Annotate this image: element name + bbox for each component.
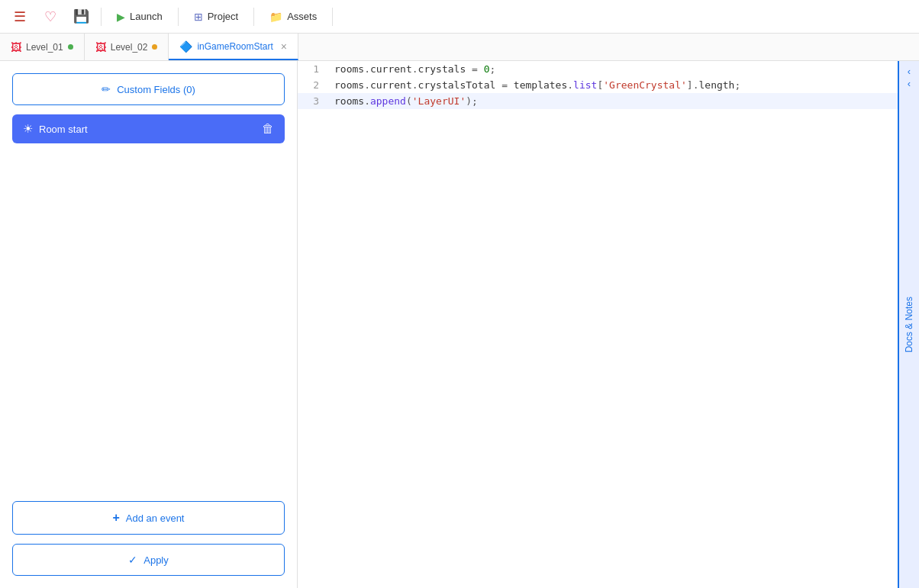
punc-token: ; <box>734 79 740 91</box>
punc-token: ( <box>406 95 412 107</box>
obj-token: rooms <box>334 95 364 107</box>
room-start-left: ☀ Room start <box>23 122 88 136</box>
project-label: Project <box>208 11 238 22</box>
str-token: 'GreenCrystal' <box>603 79 687 91</box>
editor-tabs: 🖼 Level_01 🖼 Level_02 🔷 inGameRoomStart … <box>0 34 919 61</box>
apply-button[interactable]: ✓ Apply <box>12 544 285 576</box>
code-editor[interactable]: 1rooms.current.crystals = 0;2rooms.curre… <box>298 61 898 588</box>
line-number: 1 <box>298 61 328 77</box>
line-number: 3 <box>298 93 328 109</box>
punc-token: . <box>364 79 370 91</box>
play-icon: ▶ <box>117 11 125 23</box>
table-row: 2rooms.current.crystalsTotal = templates… <box>298 77 898 93</box>
prop-token: current <box>370 79 412 91</box>
room-start-item[interactable]: ☀ Room start 🗑 <box>12 114 285 143</box>
save-icon: 💾 <box>73 8 89 24</box>
divider-1 <box>101 8 102 26</box>
divider-3 <box>253 8 254 26</box>
launch-button[interactable]: ▶ Launch <box>108 6 172 27</box>
assets-button[interactable]: 📁 Assets <box>260 6 326 27</box>
obj-token: templates <box>514 79 567 91</box>
room-start-label: Room start <box>39 124 88 135</box>
divider-4 <box>332 8 333 26</box>
prop-token: crystals <box>418 63 466 75</box>
tab-level01[interactable]: 🖼 Level_01 <box>0 34 85 60</box>
prop-token: crystalsTotal <box>418 79 496 91</box>
plus-icon: + <box>113 511 120 525</box>
str-token: 'LayerUI' <box>412 95 466 107</box>
line-content: rooms.current.crystalsTotal = templates.… <box>328 77 898 93</box>
punc-token: . <box>412 63 418 75</box>
docs-notes-label[interactable]: Docs & Notes <box>901 291 917 358</box>
line-number: 2 <box>298 77 328 93</box>
tab-level02-icon: 🖼 <box>95 41 106 53</box>
punc-token: = <box>466 63 483 75</box>
tab-level01-dot <box>68 44 73 50</box>
heart-icon: ♡ <box>44 8 56 25</box>
tab-level02[interactable]: 🖼 Level_02 <box>85 34 169 60</box>
edit-icon: ✏ <box>102 83 111 95</box>
launch-label: Launch <box>130 11 163 22</box>
delete-room-start-button[interactable]: 🗑 <box>262 123 274 135</box>
add-event-button[interactable]: + Add an event <box>12 501 285 535</box>
punc-token: ); <box>466 95 478 107</box>
collapse-arrow2-icon[interactable]: ‹ <box>908 78 911 89</box>
punc-token: . <box>412 79 418 91</box>
tab-level01-icon: 🖼 <box>11 41 21 53</box>
toolbar: ☰ ♡ 💾 ▶ Launch ⊞ Project 📁 Assets <box>0 0 919 34</box>
tab-inGameRoomStart[interactable]: 🔷 inGameRoomStart × <box>169 34 298 60</box>
method-token: list <box>573 79 597 91</box>
collapse-arrow-icon[interactable]: ‹ <box>908 66 911 77</box>
custom-fields-button[interactable]: ✏ Custom Fields (0) <box>12 73 285 105</box>
code-table: 1rooms.current.crystals = 0;2rooms.curre… <box>298 61 898 109</box>
table-row: 1rooms.current.crystals = 0; <box>298 61 898 77</box>
sun-icon: ☀ <box>23 122 33 136</box>
line-content: rooms.current.crystals = 0; <box>328 61 898 77</box>
assets-label: Assets <box>287 11 317 22</box>
add-event-label: Add an event <box>126 512 185 524</box>
assets-icon: 📁 <box>269 11 282 23</box>
favorite-button[interactable]: ♡ <box>37 3 64 31</box>
punc-token: . <box>364 95 370 107</box>
line-content: rooms.append('LayerUI'); <box>328 93 898 109</box>
method-token: append <box>370 95 406 107</box>
check-icon: ✓ <box>128 554 137 566</box>
save-button[interactable]: 💾 <box>67 3 95 31</box>
main-layout: ✏ Custom Fields (0) ☀ Room start 🗑 + Add… <box>0 61 919 588</box>
tab-level02-dot <box>152 44 157 50</box>
tab-inGameRoomStart-label: inGameRoomStart <box>197 41 272 52</box>
prop-token: length <box>698 79 734 91</box>
punc-token: . <box>364 63 370 75</box>
custom-fields-label: Custom Fields (0) <box>117 84 195 95</box>
punc-token: . <box>567 79 573 91</box>
menu-icon: ☰ <box>14 8 26 25</box>
apply-label: Apply <box>143 554 169 566</box>
punc-token: = <box>495 79 513 91</box>
spacer <box>12 153 285 492</box>
project-button[interactable]: ⊞ Project <box>185 6 247 27</box>
docs-notes-panel: ‹ ‹ Docs & Notes <box>898 61 919 588</box>
divider-2 <box>178 8 179 26</box>
tab-level01-label: Level_01 <box>26 42 63 53</box>
punc-token: ]. <box>687 79 699 91</box>
left-panel: ✏ Custom Fields (0) ☀ Room start 🗑 + Add… <box>0 61 298 588</box>
punc-token: ; <box>490 63 496 75</box>
tab-close-icon[interactable]: × <box>281 41 287 52</box>
tab-level02-label: Level_02 <box>111 42 148 53</box>
tab-inGameRoomStart-icon: 🔷 <box>179 40 192 53</box>
prop-token: current <box>370 63 412 75</box>
project-icon: ⊞ <box>194 11 203 23</box>
num-token: 0 <box>484 63 490 75</box>
menu-button[interactable]: ☰ <box>6 3 34 31</box>
trash-icon: 🗑 <box>262 122 274 135</box>
obj-token: rooms <box>334 63 364 75</box>
obj-token: rooms <box>334 79 364 91</box>
table-row: 3rooms.append('LayerUI'); <box>298 93 898 109</box>
